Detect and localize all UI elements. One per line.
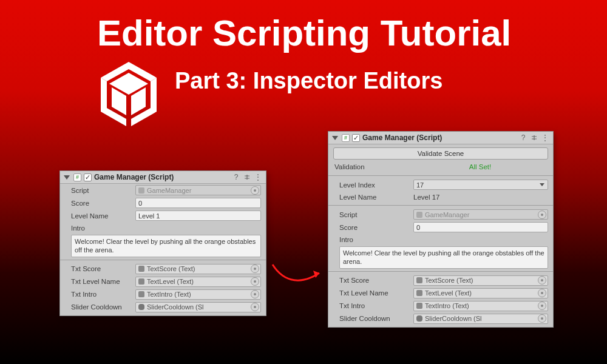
object-picker-icon[interactable]: [538, 289, 546, 297]
text-component-icon: [138, 291, 144, 297]
score-label: Score: [71, 200, 135, 207]
level-index-label: Level Index: [339, 181, 413, 189]
level-name-row: Level Name Level 1: [60, 209, 266, 222]
slider-label: Slider Cooldown: [71, 303, 135, 311]
text-component-icon: [416, 303, 422, 309]
level-name-row: Level Name Level 17: [328, 191, 553, 203]
txt-level-label: Txt Level Name: [339, 289, 413, 297]
intro-label: Intro: [71, 224, 135, 232]
component-header[interactable]: # ✓ Game Manager (Script) ? ⋮: [328, 132, 553, 144]
foldout-icon[interactable]: [64, 175, 70, 180]
txt-score-reference[interactable]: TextScore (Text): [135, 264, 261, 274]
txt-score-label: Txt Score: [71, 265, 135, 272]
foldout-icon[interactable]: [332, 136, 338, 140]
level-index-row: Level Index 17: [328, 178, 553, 191]
inspector-panel-before: # ✓ Game Manager (Script) ? ⋮ Script Gam…: [59, 170, 266, 316]
script-row: Script GameManager: [60, 184, 266, 197]
divider: [328, 271, 553, 272]
score-label: Score: [339, 224, 413, 231]
preset-icon[interactable]: [243, 173, 251, 181]
transition-arrow-icon: [270, 260, 328, 291]
txt-level-row: Txt Level Name TextLevel (Text): [60, 275, 266, 288]
slider-label: Slider Cooldown: [339, 315, 413, 322]
score-field[interactable]: 0: [135, 198, 261, 208]
txt-intro-label: Txt Intro: [339, 302, 413, 309]
object-picker-icon[interactable]: [538, 314, 546, 323]
validation-status: All Set!: [412, 163, 548, 170]
object-picker-icon[interactable]: [251, 265, 259, 273]
object-picker-icon[interactable]: [251, 277, 259, 286]
txt-score-reference[interactable]: TextScore (Text): [413, 275, 548, 286]
component-title: Game Manager (Script): [94, 173, 174, 181]
intro-textarea[interactable]: Welcome! Clear the level by pushing all …: [71, 235, 261, 257]
level-name-readonly: Level 17: [413, 194, 548, 201]
preset-icon[interactable]: [530, 133, 538, 142]
txt-intro-reference[interactable]: TextIntro (Text): [135, 289, 261, 300]
txt-level-reference[interactable]: TextLevel (Text): [413, 288, 548, 298]
text-component-icon: [416, 290, 422, 296]
script-icon: #: [342, 134, 350, 142]
component-header[interactable]: # ✓ Game Manager (Script) ? ⋮: [60, 171, 266, 184]
text-component-icon: [416, 277, 422, 283]
inspector-panel-after: # ✓ Game Manager (Script) ? ⋮ Validate S…: [328, 131, 554, 328]
level-name-field[interactable]: Level 1: [135, 211, 261, 221]
object-picker-icon: [251, 186, 259, 195]
slider-row: Slider Cooldown SliderCooldown (Sl: [60, 301, 266, 315]
slider-row: Slider Cooldown SliderCooldown (Sl: [328, 312, 553, 327]
intro-label-row: Intro: [328, 234, 553, 245]
score-row: Score 0: [60, 197, 266, 209]
txt-intro-reference[interactable]: TextIntro (Text): [413, 301, 548, 311]
txt-score-row: Txt Score TextScore (Text): [328, 274, 553, 287]
level-name-label: Level Name: [71, 212, 135, 220]
validate-scene-button[interactable]: Validate Scene: [333, 147, 548, 160]
enable-checkbox[interactable]: ✓: [84, 174, 92, 181]
object-picker-icon: [538, 211, 546, 219]
object-picker-icon[interactable]: [251, 290, 259, 298]
enable-checkbox[interactable]: ✓: [352, 134, 360, 142]
level-name-label: Level Name: [339, 194, 413, 201]
score-row: Score 0: [328, 221, 553, 234]
slider-component-icon: [416, 315, 422, 322]
component-title: Game Manager (Script): [362, 133, 442, 142]
help-icon[interactable]: ?: [519, 133, 527, 142]
object-picker-icon[interactable]: [251, 303, 259, 311]
validation-status-row: Validation All Set!: [328, 162, 553, 173]
csharp-asset-icon: [138, 187, 144, 194]
context-menu-icon[interactable]: ⋮: [254, 173, 262, 181]
script-row: Script GameManager: [328, 208, 553, 221]
level-index-dropdown[interactable]: 17: [413, 180, 548, 190]
txt-score-row: Txt Score TextScore (Text): [60, 263, 266, 275]
chevron-down-icon: [540, 183, 544, 186]
slider-reference[interactable]: SliderCooldown (Sl: [413, 314, 548, 324]
script-icon: #: [73, 174, 81, 181]
validation-label: Validation: [334, 163, 412, 170]
text-component-icon: [138, 266, 144, 272]
slider-reference[interactable]: SliderCooldown (Sl: [135, 302, 261, 312]
intro-label: Intro: [339, 236, 413, 243]
help-icon[interactable]: ?: [232, 173, 240, 181]
score-field[interactable]: 0: [413, 222, 548, 232]
txt-level-reference[interactable]: TextLevel (Text): [135, 277, 261, 287]
divider: [328, 175, 553, 176]
object-picker-icon[interactable]: [538, 276, 546, 285]
csharp-asset-icon: [416, 212, 422, 218]
script-label: Script: [339, 211, 413, 218]
object-picker-icon[interactable]: [538, 302, 546, 310]
unity-logo-icon: [90, 58, 168, 138]
text-component-icon: [138, 278, 144, 285]
context-menu-icon[interactable]: ⋮: [541, 133, 549, 142]
script-label: Script: [71, 187, 135, 194]
script-reference: GameManager: [135, 185, 261, 195]
hero-subtitle: Part 3: Inspector Editors: [175, 68, 443, 94]
slider-component-icon: [138, 304, 144, 310]
txt-intro-label: Txt Intro: [71, 291, 135, 298]
txt-score-label: Txt Score: [339, 277, 413, 284]
divider: [328, 205, 553, 206]
intro-label-row: Intro: [60, 222, 266, 234]
divider: [60, 260, 266, 260]
txt-intro-row: Txt Intro TextIntro (Text): [328, 300, 553, 312]
txt-intro-row: Txt Intro TextIntro (Text): [60, 288, 266, 301]
script-reference: GameManager: [413, 209, 548, 220]
intro-textarea[interactable]: Welcome! Clear the level by pushing all …: [339, 246, 548, 269]
txt-level-label: Txt Level Name: [71, 278, 135, 285]
